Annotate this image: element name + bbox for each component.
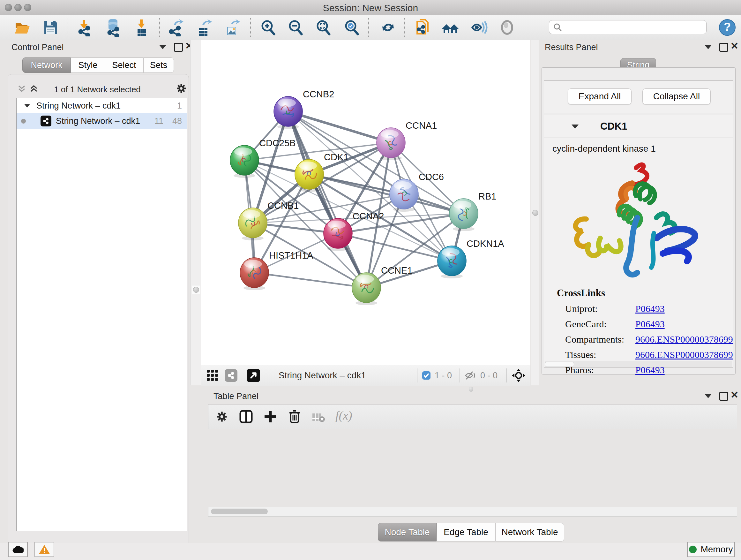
import-network-database-button[interactable] <box>103 17 123 37</box>
tab-network-table[interactable]: Network Table <box>495 523 564 542</box>
network-node[interactable] <box>449 199 478 229</box>
network-edge[interactable] <box>288 111 391 143</box>
grid-view-icon[interactable] <box>206 369 219 382</box>
tab-select[interactable]: Select <box>105 57 143 73</box>
open-session-button[interactable] <box>12 17 32 37</box>
export-table-button[interactable] <box>194 17 214 37</box>
network-canvas[interactable]: CCNB2CCNA1CDC25BCDK1CDC6RB1CCNB1CCNA2CDK… <box>201 40 530 365</box>
splitter-grip[interactable] <box>532 210 538 216</box>
export-network-button[interactable] <box>166 17 186 37</box>
float-panel-icon[interactable] <box>174 43 183 52</box>
memory-button[interactable]: Memory <box>687 542 735 557</box>
zoom-in-button[interactable] <box>258 17 278 37</box>
tab-edge-table[interactable]: Edge Table <box>436 523 495 542</box>
node-label: HIST1H1A <box>269 250 313 260</box>
crosslink-row: Compartments:9606.ENSP00000378699 <box>557 334 733 345</box>
crosslink-label: Tissues: <box>565 349 635 360</box>
show-hide-graphics-button[interactable] <box>469 17 489 37</box>
export-image-button[interactable] <box>222 17 242 37</box>
hidden-eye-icon[interactable] <box>464 370 477 381</box>
fit-content-crosshair-icon[interactable] <box>511 368 526 383</box>
network-node[interactable] <box>295 159 324 189</box>
show-columns-icon[interactable] <box>239 410 253 424</box>
collapse-all-networks-icon[interactable] <box>17 84 26 94</box>
tab-network[interactable]: Network <box>22 57 71 73</box>
toolbar-search <box>549 20 706 34</box>
refresh-button[interactable] <box>378 17 398 37</box>
create-column-plus-icon[interactable] <box>263 410 277 424</box>
network-row-selected[interactable]: String Network – cdk1 11 48 <box>17 113 187 129</box>
float-panel-icon[interactable] <box>719 43 728 52</box>
delete-column-trash-icon[interactable] <box>287 409 301 424</box>
left-splitter[interactable] <box>190 40 201 385</box>
zoom-fit-button[interactable] <box>313 17 333 37</box>
birds-eye-toggle-button[interactable] <box>497 17 517 37</box>
panel-menu-icon[interactable] <box>704 45 712 49</box>
expand-all-networks-icon[interactable] <box>29 84 39 94</box>
float-panel-icon[interactable] <box>719 392 728 401</box>
birds-eye-view-icon[interactable] <box>247 369 260 382</box>
hscrollbar-thumb[interactable] <box>211 509 268 514</box>
search-input[interactable] <box>562 22 697 33</box>
crosslinks-heading: CrossLinks <box>557 287 733 299</box>
selected-checkbox-icon[interactable] <box>422 371 431 380</box>
node-label: CCNA1 <box>406 120 437 131</box>
crosslink-value[interactable]: P06493 <box>635 319 665 329</box>
table-hscrollbar[interactable] <box>208 507 737 516</box>
network-node[interactable] <box>377 128 405 158</box>
crosslink-value[interactable]: P06493 <box>635 303 665 314</box>
cloud-status-button[interactable] <box>8 542 28 557</box>
save-session-button[interactable] <box>41 17 61 37</box>
help-button[interactable]: ? <box>718 17 737 37</box>
close-panel-icon[interactable]: ✕ <box>731 391 738 398</box>
card-hscrollbar[interactable] <box>545 361 732 367</box>
network-node[interactable] <box>437 246 466 276</box>
home-networks-button[interactable] <box>441 17 460 37</box>
network-edge[interactable] <box>288 111 366 288</box>
zoom-selected-button[interactable] <box>342 17 361 37</box>
network-edge[interactable] <box>254 273 366 288</box>
crosslink-label: GeneCard: <box>565 319 635 329</box>
panel-menu-icon[interactable] <box>159 45 166 49</box>
zoom-fit-icon <box>315 19 332 36</box>
expand-all-button[interactable]: Expand All <box>568 88 631 105</box>
network-selection-status: 1 of 1 Network selected <box>40 84 155 95</box>
houses-icon <box>441 18 460 37</box>
collection-count: 1 <box>177 101 182 111</box>
splitter-grip[interactable] <box>192 285 200 294</box>
import-network-file-button[interactable] <box>74 17 94 37</box>
panel-menu-icon[interactable] <box>704 394 712 398</box>
tab-sets[interactable]: Sets <box>143 57 174 73</box>
network-node[interactable] <box>239 208 267 238</box>
network-node[interactable] <box>390 179 418 209</box>
node-label: CCNA2 <box>353 211 384 221</box>
tab-style[interactable]: Style <box>71 57 105 73</box>
collection-expander-icon[interactable] <box>24 104 30 107</box>
network-list: String Network – cdk1 1 String Network –… <box>16 98 187 531</box>
network-node[interactable] <box>352 273 381 303</box>
network-node[interactable] <box>240 258 269 288</box>
string-network-graph[interactable]: CCNB2CCNA1CDC25BCDK1CDC6RB1CCNB1CCNA2CDK… <box>201 40 530 365</box>
new-network-from-file-button[interactable] <box>413 17 433 37</box>
network-collection-row[interactable]: String Network – cdk1 1 <box>17 98 187 113</box>
network-type-icon[interactable] <box>225 369 238 382</box>
collapse-all-button[interactable]: Collapse All <box>643 88 711 105</box>
network-status-dot <box>21 119 26 124</box>
import-table-file-button[interactable] <box>131 17 151 37</box>
network-edge-count: 48 <box>172 116 182 126</box>
card-expander-icon[interactable] <box>571 125 579 129</box>
zoom-out-button[interactable] <box>286 17 306 37</box>
crosslink-value[interactable]: 9606.ENSP00000378699 <box>635 349 733 360</box>
network-node[interactable] <box>324 219 352 248</box>
right-splitter[interactable] <box>531 40 539 385</box>
network-options-gear-icon[interactable] <box>176 83 187 94</box>
table-options-gear-icon[interactable] <box>215 410 228 423</box>
tab-node-table[interactable]: Node Table <box>378 523 436 542</box>
expand-collapse-box: Expand All Collapse All <box>544 80 733 113</box>
crosslink-value[interactable]: 9606.ENSP00000378699 <box>635 334 733 345</box>
warnings-button[interactable] <box>35 542 54 557</box>
close-panel-icon[interactable]: ✕ <box>731 43 738 50</box>
protein-card-header[interactable]: CDK1 <box>544 115 733 138</box>
network-node[interactable] <box>230 145 259 175</box>
network-node[interactable] <box>274 97 302 126</box>
